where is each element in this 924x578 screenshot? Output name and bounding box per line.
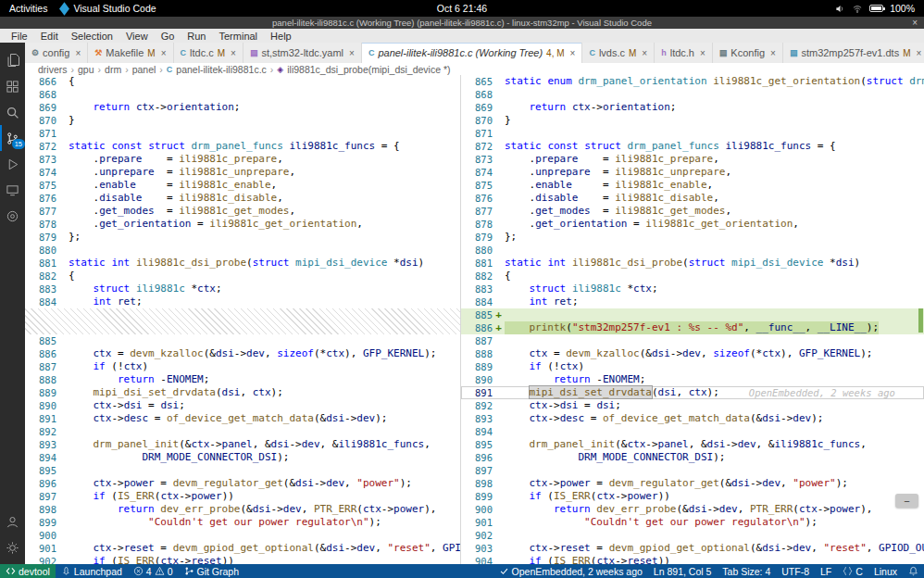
- tab-ltdc-h[interactable]: hltdc.h×: [655, 43, 713, 63]
- code-line[interactable]: 899 "Couldn't get our power regulator\n"…: [25, 516, 460, 529]
- code-line[interactable]: 868: [461, 88, 924, 101]
- code-line[interactable]: 895 drm_panel_init(&ctx->panel, &dsi->de…: [461, 438, 924, 451]
- activities-button[interactable]: Activities: [9, 3, 47, 14]
- code-line[interactable]: 897 if (IS_ERR(ctx->power)): [25, 490, 460, 503]
- code-line[interactable]: 876 .disable = ili9881c_disable,: [25, 192, 460, 205]
- code-line[interactable]: 866 {: [25, 75, 460, 88]
- breadcrumb-file[interactable]: panel-ilitek-ili9881c.c: [176, 64, 266, 75]
- code-line[interactable]: 873 .prepare = ili9881c_prepare,: [25, 153, 460, 166]
- code-line[interactable]: 877 .get_modes = ili9881c_get_modes,: [25, 205, 460, 218]
- hide-unchanged-regions-button[interactable]: −: [895, 494, 918, 508]
- code-line[interactable]: 900: [25, 529, 460, 542]
- code-line[interactable]: 868: [25, 88, 460, 101]
- menu-item-help[interactable]: Help: [264, 31, 298, 42]
- code-line[interactable]: 876 .disable = ili9881c_disable,: [461, 192, 924, 205]
- tab-close-icon[interactable]: ×: [161, 48, 167, 58]
- code-line[interactable]: 901 "Couldn't get our power regulator\n"…: [461, 516, 924, 529]
- menu-item-run[interactable]: Run: [181, 31, 212, 42]
- code-line[interactable]: 888 ctx = devm_kzalloc(&dsi->dev, sizeof…: [461, 347, 924, 360]
- code-line[interactable]: 878 .get_orientation = ili9881c_get_orie…: [461, 218, 924, 231]
- menu-item-edit[interactable]: Edit: [34, 31, 65, 42]
- code-line[interactable]: 870 }: [25, 114, 460, 127]
- code-line[interactable]: 869 return ctx->orientation;: [25, 101, 460, 114]
- code-line[interactable]: 900 return dev_err_probe(&dsi->dev, PTR_…: [461, 503, 924, 516]
- code-line[interactable]: 878 .get_orientation = ili9881c_get_orie…: [25, 218, 460, 231]
- status-git-graph[interactable]: Git Graph: [179, 564, 245, 578]
- code-line[interactable]: 885: [25, 334, 460, 347]
- code-line[interactable]: 883 struct ili9881c *ctx;: [461, 283, 924, 295]
- code-line[interactable]: 889 mipi_dsi_set_drvdata(dsi, ctx);: [25, 386, 460, 399]
- breadcrumb-item-panel[interactable]: panel: [132, 64, 156, 75]
- account-icon[interactable]: [0, 509, 25, 534]
- breadcrumb-symbol[interactable]: ili9881c_dsi_probe(mipi_dsi_device *): [287, 64, 450, 75]
- code-line[interactable]: 877 .get_modes = ili9881c_get_modes,: [461, 205, 924, 218]
- test-beaker-icon[interactable]: [0, 203, 25, 229]
- code-line[interactable]: 871: [461, 127, 924, 140]
- code-line[interactable]: 874 .unprepare = ili9881c_unprepare,: [25, 166, 460, 179]
- menu-item-terminal[interactable]: Terminal: [213, 31, 265, 42]
- menu-item-view[interactable]: View: [119, 31, 155, 42]
- code-line[interactable]: 875 .enable = ili9881c_enable,: [461, 179, 924, 192]
- code-line[interactable]: 884 int ret;: [461, 295, 924, 308]
- status-problems[interactable]: 40: [128, 564, 179, 578]
- status-indentation[interactable]: Tab Size: 4: [717, 564, 776, 578]
- code-line[interactable]: 881 static int ili9881c_dsi_probe(struct…: [25, 257, 460, 270]
- status-remote-indicator[interactable]: devtool: [0, 564, 56, 578]
- code-line[interactable]: 899 if (IS_ERR(ctx->power)): [461, 490, 924, 503]
- code-line[interactable]: 873 .prepare = ili9881c_prepare,: [461, 153, 924, 166]
- remote-explorer-icon[interactable]: [0, 177, 25, 203]
- code-line[interactable]: 898 return dev_err_probe(&dsi->dev, PTR_…: [25, 503, 460, 516]
- code-line[interactable]: 872 static const struct drm_panel_funcs …: [461, 140, 924, 153]
- settings-gear-icon[interactable]: [0, 534, 25, 560]
- tab-makefile[interactable]: ⚒MakefileM×: [88, 43, 173, 63]
- code-line[interactable]: 891 mipi_dsi_set_drvdata(dsi, ctx);OpenE…: [461, 386, 924, 399]
- code-line[interactable]: 869 return ctx->orientation;: [461, 101, 924, 114]
- code-line[interactable]: 893 drm_panel_init(&ctx->panel, &dsi->de…: [25, 438, 460, 451]
- tab-st-stm32-ltdc-yaml[interactable]: ▤st,stm32-ltdc.yaml×: [243, 43, 362, 63]
- code-line[interactable]: 889 if (!ctx): [461, 360, 924, 373]
- code-line[interactable]: 902: [461, 529, 924, 542]
- code-line[interactable]: 875 .enable = ili9881c_enable,: [25, 179, 460, 192]
- code-line[interactable]: 879 };: [25, 231, 460, 244]
- code-line[interactable]: 865 static enum drm_panel_orientation il…: [461, 75, 924, 88]
- tab-config[interactable]: ⚙config×: [25, 43, 88, 63]
- code-line[interactable]: 894: [461, 425, 924, 438]
- code-line[interactable]: 890 ctx->dsi = dsi;: [25, 399, 460, 412]
- menu-item-go[interactable]: Go: [155, 31, 181, 42]
- code-line[interactable]: 880: [461, 244, 924, 257]
- code-line[interactable]: 901 ctx->reset = devm_gpiod_get_optional…: [25, 542, 460, 555]
- code-line[interactable]: 891 ctx->desc = of_device_get_match_data…: [25, 412, 460, 425]
- tab-lvds-c[interactable]: Clvds.cM×: [582, 43, 655, 63]
- network-icon[interactable]: [852, 4, 863, 14]
- code-line[interactable]: 890 return -ENOMEM;: [461, 373, 924, 386]
- status-eol[interactable]: LF: [815, 564, 837, 578]
- code-line[interactable]: 885+: [461, 308, 924, 321]
- status-launchpad[interactable]: Launchpad: [56, 564, 128, 578]
- code-line[interactable]: 898 ctx->power = devm_regulator_get(&dsi…: [461, 477, 924, 490]
- tab-close-icon[interactable]: ×: [349, 48, 355, 58]
- code-line[interactable]: 894 DRM_MODE_CONNECTOR_DSI);: [25, 451, 460, 464]
- menu-item-selection[interactable]: Selection: [65, 31, 119, 42]
- status-encoding[interactable]: UTF-8: [776, 564, 815, 578]
- code-line[interactable]: 896 ctx->power = devm_regulator_get(&dsi…: [25, 477, 460, 490]
- tab-panel-ilitek-ili9881c[interactable]: Cpanel-ilitek-ili9881c.c (Working Tree)4…: [362, 43, 582, 63]
- tab-close-icon[interactable]: ×: [642, 48, 647, 58]
- overview-ruler[interactable]: [917, 75, 924, 564]
- tab-close-icon[interactable]: ×: [75, 48, 81, 58]
- code-line[interactable]: 881 static int ili9881c_dsi_probe(struct…: [461, 257, 924, 270]
- code-line[interactable]: 880: [25, 244, 460, 257]
- code-line[interactable]: 903 ctx->reset = devm_gpiod_get_optional…: [461, 542, 924, 555]
- tab-close-icon[interactable]: ×: [700, 48, 705, 58]
- code-line[interactable]: 895: [25, 464, 460, 477]
- run-debug-icon[interactable]: [0, 151, 25, 177]
- code-line[interactable]: 887 if (!ctx): [25, 360, 460, 373]
- status-language-mode[interactable]: C: [837, 564, 868, 578]
- breadcrumb-item-gpu[interactable]: gpu: [78, 64, 94, 75]
- window-close-button[interactable]: ×: [912, 17, 918, 29]
- code-line[interactable]: 882 {: [461, 270, 924, 283]
- extensions-icon[interactable]: [0, 73, 25, 99]
- code-line[interactable]: 887: [461, 334, 924, 347]
- code-line[interactable]: 871: [25, 127, 460, 140]
- menu-item-file[interactable]: File: [5, 31, 34, 42]
- volume-icon[interactable]: [835, 4, 845, 14]
